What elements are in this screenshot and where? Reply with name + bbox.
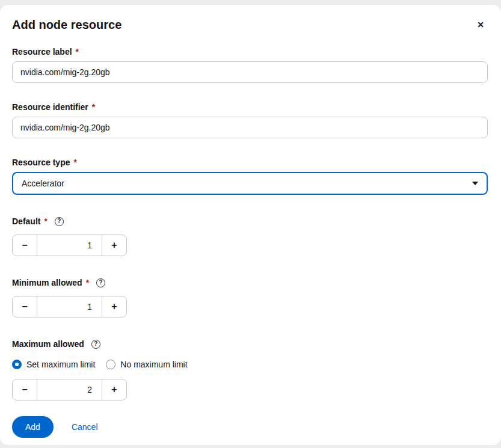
resource-identifier-label-row: Resource identifier * [12,102,488,112]
add-button[interactable]: Add [12,416,54,438]
required-asterisk: * [86,278,89,287]
help-icon[interactable]: ? [96,278,105,287]
default-minus-button[interactable]: − [12,235,37,256]
question-glyph: ? [57,218,61,224]
resource-type-label: Resource type [12,158,70,167]
resource-type-select[interactable]: Accelerator [12,172,488,195]
resource-identifier-group: Resource identifier * [12,102,488,138]
help-icon[interactable]: ? [91,340,100,349]
minimum-allowed-label-row: Minimum allowed * ? [12,278,488,287]
radio-no-maximum-limit-label: No maximum limit [120,360,187,369]
chevron-down-icon [472,182,478,185]
question-glyph: ? [99,280,103,286]
minimum-plus-button[interactable]: + [102,296,127,318]
close-icon: ✕ [477,20,484,29]
resource-label-group: Resource label * [12,47,488,83]
required-asterisk: * [92,102,95,112]
question-glyph: ? [94,341,97,347]
modal-header: Add node resource ✕ [12,17,488,32]
maximum-allowed-label: Maximum allowed [12,339,84,349]
minus-icon: − [22,240,27,251]
modal-footer: Add Cancel [12,416,488,445]
minus-icon: − [22,301,27,312]
required-asterisk: * [73,158,76,167]
resource-identifier-input[interactable] [12,117,488,138]
resource-label-label-row: Resource label * [12,47,488,57]
minimum-allowed-stepper: − + [12,296,488,318]
minimum-allowed-label: Minimum allowed [12,278,82,287]
default-stepper: − + [12,235,488,256]
maximum-minus-button[interactable]: − [12,379,37,400]
resource-label-input[interactable] [12,61,488,83]
add-node-resource-modal: Add node resource ✕ Resource label * Res… [0,5,501,445]
plus-icon: + [111,240,117,251]
default-plus-button[interactable]: + [102,235,127,256]
maximum-plus-button[interactable]: + [102,379,127,400]
help-icon[interactable]: ? [55,217,64,226]
radio-set-maximum-limit[interactable]: Set maximum limit [12,360,95,369]
radio-no-maximum-limit[interactable]: No maximum limit [106,360,187,369]
default-group: Default * ? − + [12,216,488,256]
minimum-allowed-group: Minimum allowed * ? − + [12,278,488,318]
maximum-allowed-group: Maximum allowed ? Set maximum limit No m… [12,339,488,400]
default-label: Default [12,216,40,226]
cancel-button[interactable]: Cancel [72,422,98,432]
resource-type-label-row: Resource type * [12,158,488,167]
radio-button-unchecked-icon [106,360,115,369]
modal-title: Add node resource [12,17,121,32]
required-asterisk: * [76,47,79,57]
maximum-value-input[interactable] [37,379,102,400]
resource-type-selected-value: Accelerator [22,179,64,188]
minus-icon: − [22,384,27,395]
minimum-minus-button[interactable]: − [12,296,37,318]
minimum-value-input[interactable] [37,296,102,318]
plus-icon: + [111,384,117,395]
maximum-allowed-stepper: − + [12,379,488,400]
maximum-allowed-label-row: Maximum allowed ? [12,339,488,349]
required-asterisk: * [44,216,47,226]
default-value-input[interactable] [37,235,102,256]
close-button[interactable]: ✕ [473,17,488,32]
resource-type-group: Resource type * Accelerator [12,158,488,195]
maximum-limit-radio-group: Set maximum limit No maximum limit [12,360,488,369]
default-label-row: Default * ? [12,216,488,226]
radio-set-maximum-limit-label: Set maximum limit [26,360,95,369]
plus-icon: + [111,301,117,312]
radio-button-checked-icon [12,360,22,369]
resource-identifier-label: Resource identifier [12,102,88,112]
resource-label-label: Resource label [12,47,72,57]
